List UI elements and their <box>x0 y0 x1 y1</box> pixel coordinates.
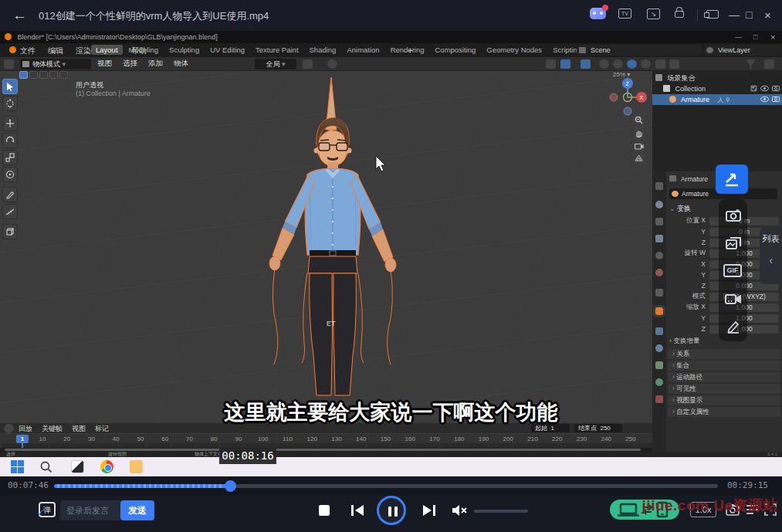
status-select: 选择 <box>6 452 15 457</box>
workspace-tab: Animation <box>342 45 384 55</box>
previous-button[interactable] <box>349 503 366 518</box>
frame-tick: 150 <box>376 435 396 442</box>
properties-breadcrumb: Armature <box>669 175 708 184</box>
viewlayer-icon <box>706 47 713 53</box>
viewport-menu-item: 添加 <box>148 59 163 69</box>
video-area[interactable]: Blender* [C:\Users\Administrator\Desktop… <box>0 31 782 457</box>
collection-icon <box>663 85 670 92</box>
properties-section: 运动路径 <box>668 372 780 382</box>
annotate-pencil-icon[interactable] <box>725 318 741 334</box>
close-button[interactable]: × <box>764 8 771 22</box>
gif-record-icon[interactable]: GIF <box>723 264 742 277</box>
armature-data-icons: 人 ⚲ <box>718 97 730 103</box>
chat-input[interactable] <box>60 500 120 520</box>
frame-tick: 20 <box>57 435 77 442</box>
tv-cast-icon[interactable]: TV <box>618 8 631 19</box>
frame-tick: 190 <box>474 435 494 442</box>
windows-start-icon <box>11 460 24 473</box>
frame-tick: 220 <box>547 435 567 442</box>
recorder-share-button[interactable] <box>716 164 748 194</box>
back-arrow-icon[interactable]: ← <box>12 7 27 24</box>
rotate-tool <box>2 133 18 148</box>
screen-share-icon[interactable]: ↘ <box>647 8 660 19</box>
gizmo-toggle-icon <box>546 59 556 69</box>
object-icon <box>669 175 676 181</box>
workspace-tab: Shading <box>305 45 341 55</box>
volume-slider[interactable] <box>474 510 528 513</box>
recorder-timestamp: 00:08:16 <box>219 448 276 464</box>
viewlayer-selector: ViewLayer <box>704 45 781 56</box>
add-workspace-icon: + <box>408 46 412 55</box>
outliner-filter-mode-icon <box>669 59 679 69</box>
workspace-tabs: LayoutModelingSculptingUV EditingTexture… <box>91 45 586 55</box>
blender-window-title: Blender* [C:\Users\Administrator\Desktop… <box>18 33 218 41</box>
timeline-editor: 回放关键帧视图标记 起始 1 结束点 250 1 102030405060708… <box>0 423 652 452</box>
collapse-chevron-icon[interactable]: ‹ <box>760 254 782 266</box>
zoom-icon <box>632 114 645 127</box>
modifier-tab-icon <box>655 327 663 335</box>
frame-ticks: 1020304050607080901001101201301401501601… <box>32 435 641 442</box>
viewport-menu-item: 物体 <box>174 59 188 69</box>
snap-magnet-icon <box>303 59 313 69</box>
stop-button[interactable] <box>319 505 330 516</box>
viewport-menu-item: 视图 <box>97 59 112 69</box>
workspace-tab: Texture Paint <box>251 45 303 55</box>
scene-selector: Scene <box>577 45 702 56</box>
outliner-panel: 场景集合 Collection Armature 人 ⚲ <box>652 71 782 171</box>
notification-dot <box>602 5 608 11</box>
menu-item: 编辑 <box>46 45 65 57</box>
frame-tick: 60 <box>155 435 175 442</box>
menu-item: 文件 <box>19 45 37 57</box>
recorder-toolbar: GIF <box>719 199 747 341</box>
site-watermark: jiiue.com Ue资源站 <box>642 496 778 516</box>
minimize-button[interactable]: — <box>729 8 740 21</box>
properties-section: 可见性 <box>668 384 780 394</box>
blender-statusbar: 选择 旋转视图 物体上下文菜单 3.4.1 <box>0 452 782 457</box>
lock-icon[interactable] <box>675 11 684 18</box>
frame-tick: 90 <box>229 435 249 442</box>
danmaku-toggle-icon[interactable]: 弹✓ <box>39 502 56 517</box>
right-leg <box>333 273 357 395</box>
maximize-button[interactable]: □ <box>746 8 752 21</box>
shading-wireframe-icon <box>599 59 609 69</box>
left-leg <box>310 273 333 395</box>
frame-tick: 50 <box>130 435 151 442</box>
video-record-icon[interactable] <box>725 290 741 307</box>
gamepad-icon[interactable] <box>590 8 606 19</box>
send-button[interactable]: 发送 <box>120 500 154 520</box>
image-capture-icon[interactable] <box>725 235 741 251</box>
app-window: ← 012创建一个个性鲜明的vrm人物导入到UE使用.mp4 TV ↘ — □ … <box>0 0 782 532</box>
transform-tool <box>2 167 18 182</box>
blender-close: × <box>770 31 775 43</box>
frame-tick: 130 <box>327 435 347 442</box>
next-button[interactable] <box>421 503 438 518</box>
transform-section-header: 变换 <box>669 204 691 214</box>
seek-handle[interactable] <box>225 480 236 492</box>
mini-player-icon[interactable] <box>706 10 719 19</box>
mode-dropdown: 物体模式 ▾ <box>20 59 91 69</box>
outliner-editor-icon <box>655 59 665 69</box>
frame-tick: 80 <box>204 435 224 442</box>
shading-solid-icon <box>613 59 623 69</box>
output-tab-icon <box>655 218 663 225</box>
blender-logo-icon <box>5 33 12 40</box>
frame-tick: 140 <box>351 435 371 442</box>
frame-tick: 160 <box>400 435 420 442</box>
mute-icon[interactable] <box>451 503 469 517</box>
seek-bar[interactable] <box>54 484 718 488</box>
blender-minimize: — <box>735 31 742 43</box>
bone-strands <box>273 267 392 364</box>
object-tab-icon <box>655 307 663 315</box>
viewport-tool-header: 物体模式 ▾ 视图选择添加物体 全局 ▾ <box>0 57 652 71</box>
navigation-gizmo: Z X <box>610 78 647 115</box>
tool-tab-icon <box>655 182 663 190</box>
physics-tab-icon <box>655 344 663 352</box>
right-hand <box>385 258 396 272</box>
editor-type-icon <box>4 59 14 69</box>
pause-button[interactable] <box>377 496 406 525</box>
frame-tick: 110 <box>278 435 298 442</box>
screenshot-camera-icon[interactable] <box>725 207 741 223</box>
data-tab-icon <box>655 378 663 386</box>
recorder-list-flyout[interactable]: 列表 ‹ <box>760 227 782 284</box>
scale-tool <box>2 150 18 165</box>
